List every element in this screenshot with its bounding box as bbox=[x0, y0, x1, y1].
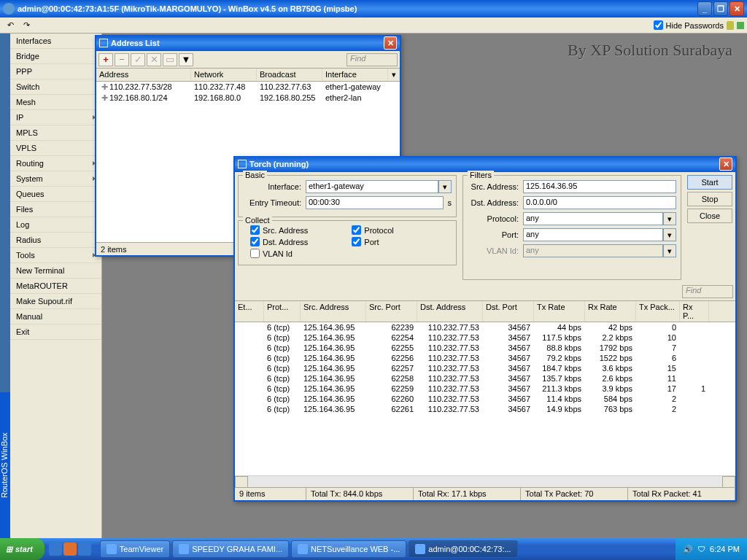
table-row[interactable]: ✚192.168.80.1/24192.168.80.0192.168.80.2… bbox=[96, 93, 400, 104]
dst-addr-input[interactable]: 0.0.0.0/0 bbox=[523, 196, 676, 209]
maximize-button[interactable]: ❐ bbox=[713, 1, 728, 16]
vlanid-dropdown-icon: ▾ bbox=[663, 244, 676, 257]
collect-src-addr[interactable]: Src. Address bbox=[250, 225, 308, 235]
col-header[interactable]: Tx Rate bbox=[534, 301, 585, 322]
taskbar-task[interactable]: TeamViewer bbox=[100, 540, 170, 558]
explorer-icon[interactable] bbox=[78, 542, 91, 556]
sidebar-item-radius[interactable]: Radius bbox=[10, 233, 101, 248]
sidebar-item-mesh[interactable]: Mesh bbox=[10, 95, 101, 110]
redo-button[interactable]: ↷ bbox=[19, 19, 34, 32]
table-row[interactable]: 6 (tcp)125.164.36.9562257110.232.77.5334… bbox=[235, 363, 735, 373]
col-header[interactable]: Rx P... bbox=[680, 301, 709, 322]
sidebar-item-tools[interactable]: Tools bbox=[10, 248, 101, 263]
col-menu-icon[interactable]: ▾ bbox=[388, 69, 400, 81]
enable-button[interactable]: ✓ bbox=[131, 53, 145, 66]
ie-icon[interactable] bbox=[49, 542, 62, 556]
stop-button[interactable]: Stop bbox=[687, 192, 732, 206]
disable-button[interactable]: ✕ bbox=[147, 53, 161, 66]
table-row[interactable]: 6 (tcp)125.164.36.9562259110.232.77.5334… bbox=[235, 384, 735, 394]
taskbar-task[interactable]: NETSuveillance WEB -... bbox=[291, 540, 406, 558]
find-input[interactable]: Find bbox=[347, 53, 398, 66]
col-header[interactable]: Rx Rate bbox=[585, 301, 636, 322]
sidebar-item-routing[interactable]: Routing bbox=[10, 156, 101, 171]
col-header[interactable]: Tx Pack... bbox=[636, 301, 680, 322]
sidebar-item-ip[interactable]: IP bbox=[10, 110, 101, 125]
close-button[interactable]: ✕ bbox=[729, 1, 744, 16]
sidebar-item-queues[interactable]: Queues bbox=[10, 187, 101, 202]
col-header[interactable]: Src. Address bbox=[301, 301, 366, 322]
interface-combo[interactable]: ether1-gateway bbox=[306, 180, 438, 193]
address-list-close-button[interactable]: ✕ bbox=[384, 36, 397, 50]
sidebar-item-log[interactable]: Log bbox=[10, 217, 101, 233]
vertical-app-label: RouterOS WinBox bbox=[0, 392, 10, 538]
torch-grid-body[interactable]: 6 (tcp)125.164.36.9562239110.232.77.5334… bbox=[235, 322, 735, 475]
torch-titlebar[interactable]: Torch (running) ✕ bbox=[235, 156, 735, 172]
tray-icon[interactable]: 🛡 bbox=[697, 545, 705, 553]
col-address[interactable]: Address bbox=[96, 69, 191, 81]
tray-icon[interactable]: 🔊 bbox=[683, 545, 693, 554]
collect-fieldset: Collect Src. Address Dst. Address VLAN I… bbox=[238, 220, 457, 265]
remove-button[interactable]: − bbox=[115, 53, 129, 66]
sidebar-item-vpls[interactable]: VPLS bbox=[10, 141, 101, 156]
collect-port[interactable]: Port bbox=[352, 237, 393, 246]
sidebar-item-system[interactable]: System bbox=[10, 171, 101, 187]
interface-label: Interface: bbox=[243, 182, 301, 191]
sidebar-item-mpls[interactable]: MPLS bbox=[10, 125, 101, 141]
col-interface[interactable]: Interface bbox=[322, 69, 388, 81]
minimize-button[interactable]: _ bbox=[697, 1, 712, 16]
table-row[interactable]: 6 (tcp)125.164.36.9562255110.232.77.5334… bbox=[235, 343, 735, 353]
taskbar-task[interactable]: SPEEDY GRAHA FAMI... bbox=[172, 540, 289, 558]
table-row[interactable]: ✚110.232.77.53/28110.232.77.48110.232.77… bbox=[96, 82, 400, 93]
sidebar-item-metarouter[interactable]: MetaROUTER bbox=[10, 279, 101, 294]
table-row[interactable]: 6 (tcp)125.164.36.9562260110.232.77.5334… bbox=[235, 394, 735, 404]
port-dropdown-icon[interactable]: ▾ bbox=[663, 228, 676, 241]
table-row[interactable]: 6 (tcp)125.164.36.9562254110.232.77.5334… bbox=[235, 332, 735, 343]
comment-button[interactable]: ▭ bbox=[163, 53, 177, 66]
col-header[interactable]: Dst. Address bbox=[417, 301, 483, 322]
col-network[interactable]: Network bbox=[191, 69, 257, 81]
sidebar-item-exit[interactable]: Exit bbox=[10, 324, 101, 340]
firefox-icon[interactable] bbox=[63, 542, 77, 556]
start-button[interactable]: ⊞start bbox=[0, 538, 44, 560]
horizontal-scrollbar[interactable] bbox=[235, 475, 735, 487]
sidebar-item-manual[interactable]: Manual bbox=[10, 309, 101, 324]
col-broadcast[interactable]: Broadcast bbox=[257, 69, 322, 81]
table-row[interactable]: 6 (tcp)125.164.36.9562261110.232.77.5334… bbox=[235, 404, 735, 414]
sidebar-item-switch[interactable]: Switch bbox=[10, 79, 101, 95]
collect-vlan-id[interactable]: VLAN Id bbox=[250, 249, 308, 258]
add-button[interactable]: + bbox=[98, 53, 113, 66]
col-header[interactable]: Src. Port bbox=[366, 301, 417, 322]
table-row[interactable]: 6 (tcp)125.164.36.9562239110.232.77.5334… bbox=[235, 322, 735, 332]
sidebar-item-new-terminal[interactable]: New Terminal bbox=[10, 263, 101, 279]
sidebar-item-make-supout.rif[interactable]: Make Supout.rif bbox=[10, 294, 101, 309]
port-combo[interactable]: any bbox=[523, 228, 663, 241]
collect-dst-addr[interactable]: Dst. Address bbox=[250, 237, 308, 246]
col-header[interactable]: Dst. Port bbox=[483, 301, 534, 322]
undo-button[interactable]: ↶ bbox=[3, 19, 18, 32]
sidebar-item-interfaces[interactable]: Interfaces bbox=[10, 34, 101, 49]
hide-passwords-checkbox[interactable] bbox=[654, 20, 663, 30]
sidebar-item-files[interactable]: Files bbox=[10, 202, 101, 217]
close-button[interactable]: Close bbox=[687, 209, 732, 223]
col-header[interactable]: Prot... bbox=[264, 301, 301, 322]
protocol-dropdown-icon[interactable]: ▾ bbox=[663, 212, 676, 225]
sidebar-item-ppp[interactable]: PPP bbox=[10, 64, 101, 79]
protocol-combo[interactable]: any bbox=[523, 212, 663, 225]
table-row[interactable]: 6 (tcp)125.164.36.9562258110.232.77.5334… bbox=[235, 373, 735, 384]
collect-protocol[interactable]: Protocol bbox=[352, 225, 393, 235]
src-addr-input[interactable]: 125.164.36.95 bbox=[523, 180, 676, 193]
system-tray[interactable]: 🔊 🛡 6:24 PM bbox=[676, 538, 747, 560]
address-list-titlebar[interactable]: Address List ✕ bbox=[96, 35, 400, 51]
torch-grid-header: Et...Prot...Src. AddressSrc. PortDst. Ad… bbox=[235, 301, 735, 322]
sidebar-item-bridge[interactable]: Bridge bbox=[10, 49, 101, 64]
start-button[interactable]: Start bbox=[687, 175, 732, 190]
entry-timeout-input[interactable]: 00:00:30 bbox=[306, 196, 444, 209]
taskbar-task[interactable]: admin@00:0C:42:73:... bbox=[409, 540, 517, 558]
table-row[interactable]: 6 (tcp)125.164.36.9562256110.232.77.5334… bbox=[235, 353, 735, 363]
filter-button[interactable]: ▼ bbox=[179, 53, 193, 66]
torch-close-button[interactable]: ✕ bbox=[719, 158, 732, 171]
col-header[interactable]: Et... bbox=[235, 301, 264, 322]
torch-find-input[interactable]: Find bbox=[682, 285, 733, 298]
interface-dropdown-icon[interactable]: ▾ bbox=[438, 180, 452, 193]
hide-passwords-toggle[interactable]: Hide Passwords bbox=[654, 20, 724, 30]
